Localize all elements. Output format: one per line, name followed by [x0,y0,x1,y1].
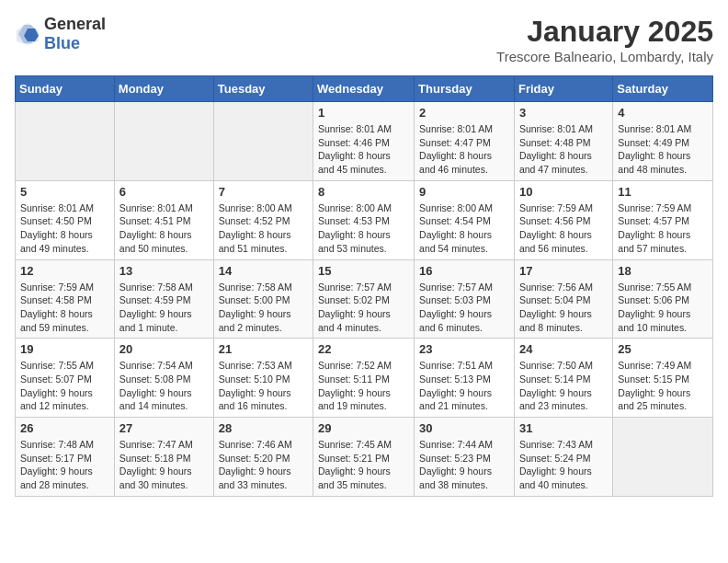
day-info: Sunrise: 8:01 AM Sunset: 4:51 PM Dayligh… [119,201,209,256]
day-number: 16 [419,264,509,278]
day-info: Sunrise: 8:01 AM Sunset: 4:48 PM Dayligh… [519,122,608,177]
calendar-cell: 2Sunrise: 8:01 AM Sunset: 4:47 PM Daylig… [415,102,515,181]
calendar-subtitle: Trescore Balneario, Lombardy, Italy [496,49,713,64]
day-number: 18 [618,264,708,278]
calendar-header: SundayMondayTuesdayWednesdayThursdayFrid… [16,76,713,102]
calendar-table: SundayMondayTuesdayWednesdayThursdayFrid… [15,75,713,497]
day-info: Sunrise: 7:44 AM Sunset: 5:23 PM Dayligh… [419,438,509,492]
calendar-cell: 8Sunrise: 8:00 AM Sunset: 4:53 PM Daylig… [313,180,415,259]
day-number: 27 [119,421,209,435]
day-number: 4 [618,106,708,120]
calendar-cell: 14Sunrise: 7:58 AM Sunset: 5:00 PM Dayli… [213,259,313,339]
day-number: 7 [219,185,308,199]
column-header-saturday: Saturday [613,76,713,102]
day-info: Sunrise: 7:47 AM Sunset: 5:18 PM Dayligh… [119,438,209,492]
calendar-title: January 2025 [496,15,713,49]
calendar-cell: 12Sunrise: 7:59 AM Sunset: 4:58 PM Dayli… [16,259,115,339]
day-info: Sunrise: 8:00 AM Sunset: 4:54 PM Dayligh… [419,201,509,256]
calendar-cell: 11Sunrise: 7:59 AM Sunset: 4:57 PM Dayli… [613,180,713,259]
day-info: Sunrise: 7:57 AM Sunset: 5:02 PM Dayligh… [318,281,409,335]
day-number: 2 [419,106,509,120]
calendar-cell: 5Sunrise: 8:01 AM Sunset: 4:50 PM Daylig… [16,180,115,259]
calendar-cell: 23Sunrise: 7:51 AM Sunset: 5:13 PM Dayli… [415,339,515,418]
day-info: Sunrise: 7:59 AM Sunset: 4:57 PM Dayligh… [618,201,708,256]
calendar-cell: 1Sunrise: 8:01 AM Sunset: 4:46 PM Daylig… [313,102,415,181]
calendar-cell: 30Sunrise: 7:44 AM Sunset: 5:23 PM Dayli… [415,418,515,497]
calendar-cell: 31Sunrise: 7:43 AM Sunset: 5:24 PM Dayli… [514,418,612,497]
calendar-week-1: 1Sunrise: 8:01 AM Sunset: 4:46 PM Daylig… [16,102,713,181]
day-info: Sunrise: 7:55 AM Sunset: 5:06 PM Dayligh… [618,281,708,335]
logo-icon [15,21,40,47]
day-info: Sunrise: 7:43 AM Sunset: 5:24 PM Dayligh… [519,438,608,492]
day-info: Sunrise: 7:53 AM Sunset: 5:10 PM Dayligh… [219,359,308,413]
column-header-thursday: Thursday [415,76,515,102]
calendar-cell: 13Sunrise: 7:58 AM Sunset: 4:59 PM Dayli… [114,259,213,339]
logo-general: General [44,15,106,33]
day-number: 25 [618,342,708,356]
calendar-cell: 9Sunrise: 8:00 AM Sunset: 4:54 PM Daylig… [415,180,515,259]
day-info: Sunrise: 7:49 AM Sunset: 5:15 PM Dayligh… [618,359,708,413]
day-number: 12 [20,264,109,278]
calendar-cell: 24Sunrise: 7:50 AM Sunset: 5:14 PM Dayli… [514,339,612,418]
day-number: 9 [419,185,509,199]
day-info: Sunrise: 8:00 AM Sunset: 4:52 PM Dayligh… [219,201,308,256]
day-info: Sunrise: 7:48 AM Sunset: 5:17 PM Dayligh… [20,438,109,492]
calendar-cell: 26Sunrise: 7:48 AM Sunset: 5:17 PM Dayli… [16,418,115,497]
calendar-cell: 6Sunrise: 8:01 AM Sunset: 4:51 PM Daylig… [114,180,213,259]
day-info: Sunrise: 8:01 AM Sunset: 4:46 PM Dayligh… [318,122,409,177]
day-number: 8 [318,185,409,199]
day-info: Sunrise: 7:45 AM Sunset: 5:21 PM Dayligh… [318,438,409,492]
calendar-cell: 19Sunrise: 7:55 AM Sunset: 5:07 PM Dayli… [16,339,115,418]
calendar-cell: 27Sunrise: 7:47 AM Sunset: 5:18 PM Dayli… [114,418,213,497]
day-info: Sunrise: 7:58 AM Sunset: 5:00 PM Dayligh… [219,281,308,335]
logo: General Blue [15,15,106,53]
day-info: Sunrise: 8:01 AM Sunset: 4:49 PM Dayligh… [618,122,708,177]
day-info: Sunrise: 7:58 AM Sunset: 4:59 PM Dayligh… [119,281,209,335]
day-number: 3 [519,106,608,120]
column-header-wednesday: Wednesday [313,76,415,102]
calendar-cell: 20Sunrise: 7:54 AM Sunset: 5:08 PM Dayli… [114,339,213,418]
calendar-cell: 17Sunrise: 7:56 AM Sunset: 5:04 PM Dayli… [514,259,612,339]
day-info: Sunrise: 7:57 AM Sunset: 5:03 PM Dayligh… [419,281,509,335]
calendar-week-5: 26Sunrise: 7:48 AM Sunset: 5:17 PM Dayli… [16,418,713,497]
day-number: 15 [318,264,409,278]
calendar-cell: 21Sunrise: 7:53 AM Sunset: 5:10 PM Dayli… [213,339,313,418]
day-info: Sunrise: 7:59 AM Sunset: 4:58 PM Dayligh… [20,281,109,335]
day-number: 1 [318,106,409,120]
day-number: 14 [219,264,308,278]
day-number: 11 [618,185,708,199]
calendar-cell: 22Sunrise: 7:52 AM Sunset: 5:11 PM Dayli… [313,339,415,418]
calendar-cell: 25Sunrise: 7:49 AM Sunset: 5:15 PM Dayli… [613,339,713,418]
column-header-friday: Friday [514,76,612,102]
day-number: 30 [419,421,509,435]
calendar-cell: 29Sunrise: 7:45 AM Sunset: 5:21 PM Dayli… [313,418,415,497]
column-header-tuesday: Tuesday [213,76,313,102]
day-number: 5 [20,185,109,199]
calendar-cell [213,102,313,181]
calendar-cell: 28Sunrise: 7:46 AM Sunset: 5:20 PM Dayli… [213,418,313,497]
day-number: 26 [20,421,109,435]
calendar-cell [114,102,213,181]
column-header-monday: Monday [114,76,213,102]
calendar-cell [16,102,115,181]
page-header: General Blue January 2025 Trescore Balne… [15,15,713,64]
day-number: 28 [219,421,308,435]
calendar-cell: 15Sunrise: 7:57 AM Sunset: 5:02 PM Dayli… [313,259,415,339]
day-number: 6 [119,185,209,199]
calendar-cell: 16Sunrise: 7:57 AM Sunset: 5:03 PM Dayli… [415,259,515,339]
day-number: 31 [519,421,608,435]
day-number: 19 [20,342,109,356]
calendar-week-2: 5Sunrise: 8:01 AM Sunset: 4:50 PM Daylig… [16,180,713,259]
day-number: 29 [318,421,409,435]
calendar-cell: 10Sunrise: 7:59 AM Sunset: 4:56 PM Dayli… [514,180,612,259]
day-number: 24 [519,342,608,356]
logo-blue: Blue [44,34,80,52]
day-number: 13 [119,264,209,278]
title-block: January 2025 Trescore Balneario, Lombard… [496,15,713,64]
day-info: Sunrise: 8:01 AM Sunset: 4:50 PM Dayligh… [20,201,109,256]
day-number: 20 [119,342,209,356]
day-info: Sunrise: 7:59 AM Sunset: 4:56 PM Dayligh… [519,201,608,256]
day-info: Sunrise: 7:55 AM Sunset: 5:07 PM Dayligh… [20,359,109,413]
day-info: Sunrise: 7:50 AM Sunset: 5:14 PM Dayligh… [519,359,608,413]
day-number: 23 [419,342,509,356]
